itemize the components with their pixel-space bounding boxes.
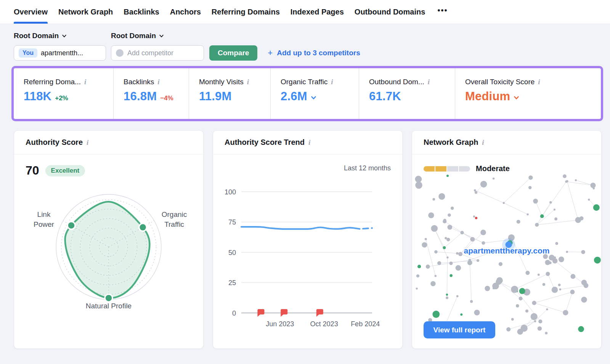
scale-segment: [459, 166, 470, 172]
plus-icon: +: [268, 48, 273, 58]
chevron-down-icon[interactable]: [311, 95, 316, 101]
info-icon[interactable]: i: [428, 78, 430, 86]
y-axis-tick-label: 0: [232, 309, 236, 317]
nav-tab-anchors[interactable]: Anchors: [170, 0, 201, 24]
scope-selector-competitor[interactable]: Root Domain: [111, 32, 164, 40]
nav-tabs: OverviewNetwork GraphBacklinksAnchorsRef…: [14, 0, 436, 24]
radar-axis-label: Traffic: [164, 220, 184, 228]
info-icon[interactable]: i: [157, 78, 159, 86]
radar-axis-label: Organic: [162, 210, 187, 218]
authority-score-radar-chart: LinkPowerOrganicTrafficNatural Profile: [14, 178, 204, 331]
scale-segment: [447, 166, 458, 172]
info-icon[interactable]: i: [87, 138, 88, 147]
scope-selector-competitor-label: Root Domain: [111, 32, 156, 40]
google-update-flag-icon: [316, 309, 323, 317]
metric-organic-traffic: Organic Traffici2.6M: [271, 68, 359, 119]
metric-value: 118K: [24, 90, 51, 103]
info-icon[interactable]: i: [84, 78, 86, 86]
scope-selector-main[interactable]: Root Domain: [14, 32, 111, 40]
x-axis-tick-label: Jun 2023: [266, 320, 294, 328]
metric-overall-toxicity-score: Overall Toxicity ScoreiMedium: [455, 68, 601, 119]
google-update-flag-icon: [281, 309, 287, 317]
comparison-controls: Root Domain Root Domain You apartmentth.…: [0, 24, 610, 61]
you-badge: You: [19, 48, 37, 58]
radar-series-area: [65, 202, 150, 298]
overview-cards: Authority Score i 70 Excellent LinkPower…: [14, 130, 610, 349]
metric-outbound-dom: Outbound Dom...i61.7K: [359, 68, 455, 119]
info-icon[interactable]: i: [247, 78, 249, 86]
y-axis-tick-label: 100: [225, 188, 236, 196]
x-axis-tick-label: Oct 2023: [310, 320, 338, 328]
metric-label: Outbound Dom...: [369, 78, 424, 86]
metric-value: 11.9M: [199, 90, 231, 103]
info-icon[interactable]: i: [482, 138, 484, 147]
network-edges: [426, 178, 597, 333]
y-axis-tick-label: 50: [228, 249, 236, 257]
add-competitors-link-label: Add up to 3 competitors: [277, 49, 360, 57]
nav-tab-backlinks[interactable]: Backlinks: [124, 0, 159, 24]
metric-label: Backlinks: [124, 78, 154, 86]
chevron-down-icon: [159, 34, 164, 38]
metric-label: Referring Doma...: [24, 78, 81, 86]
competitor-color-dot-icon: [116, 49, 124, 57]
report-tabs-bar: OverviewNetwork GraphBacklinksAnchorsRef…: [0, 0, 610, 24]
view-full-report-button[interactable]: View full report: [424, 321, 495, 338]
summary-metrics-bar: Referring Doma...i118K+2%Backlinksi16.8M…: [11, 66, 603, 121]
radar-axis-label: Link: [37, 210, 51, 218]
trend-period-label: Last 12 months: [213, 154, 402, 172]
trend-line-projection: [363, 228, 372, 229]
info-icon[interactable]: i: [538, 78, 540, 86]
metric-value: 16.8M: [124, 90, 157, 103]
add-competitor-input[interactable]: Add competitor: [111, 45, 204, 61]
nav-tab-overview[interactable]: Overview: [14, 0, 48, 24]
network-rating-scale: [424, 166, 470, 172]
radar-axis-point: [105, 294, 112, 302]
authority-score-trend-card: Authority Score Trend i Last 12 months 1…: [213, 130, 403, 349]
competitor-placeholder: Add competitor: [127, 49, 173, 57]
metric-value[interactable]: Medium: [465, 90, 510, 103]
info-icon[interactable]: i: [308, 138, 310, 147]
scope-selector-main-label: Root Domain: [14, 32, 59, 40]
info-icon[interactable]: i: [331, 78, 333, 86]
radar-axis-label: Natural Profile: [86, 302, 132, 310]
scale-segment: [424, 166, 435, 172]
metric-label: Organic Traffic: [281, 78, 327, 86]
trend-title: Authority Score Trend: [225, 138, 305, 147]
network-center-node: [506, 242, 512, 248]
network-alert-node: [475, 217, 477, 219]
metric-value: 61.7K: [369, 90, 401, 103]
y-axis-tick-label: 75: [228, 218, 236, 226]
nav-tab-indexed-pages[interactable]: Indexed Pages: [291, 0, 344, 24]
radar-axis-point: [139, 223, 147, 231]
main-domain-input[interactable]: You apartmentth...: [14, 45, 106, 61]
metric-backlinks: Backlinksi16.8M−4%: [114, 68, 189, 119]
add-competitors-link[interactable]: + Add up to 3 competitors: [268, 48, 360, 58]
network-graph-visualization: [412, 173, 602, 337]
scale-segment: [435, 166, 446, 172]
metric-label: Monthly Visits: [199, 78, 244, 86]
nav-tab-network-graph[interactable]: Network Graph: [58, 0, 113, 24]
more-tabs-button[interactable]: •••: [437, 6, 448, 18]
metric-delta: +2%: [55, 95, 68, 102]
network-graph-title: Network Graph: [424, 138, 478, 147]
metric-label: Overall Toxicity Score: [465, 78, 535, 86]
metric-delta: −4%: [160, 95, 173, 102]
google-update-flag-icon: [257, 309, 264, 317]
network-rating-label: Moderate: [476, 164, 510, 173]
radar-axis-point: [67, 221, 75, 229]
metric-value[interactable]: 2.6M: [281, 90, 307, 103]
authority-score-rating-badge: Excellent: [45, 165, 85, 176]
chevron-down-icon[interactable]: [514, 95, 519, 101]
authority-score-value: 70: [26, 164, 39, 178]
nav-tab-referring-domains[interactable]: Referring Domains: [212, 0, 280, 24]
authority-score-card: Authority Score i 70 Excellent LinkPower…: [14, 130, 204, 349]
authority-score-title: Authority Score: [26, 138, 83, 147]
metric-referring-doma: Referring Doma...i118K+2%: [14, 68, 114, 119]
metric-monthly-visits: Monthly Visitsi11.9M: [189, 68, 271, 119]
main-domain-value: apartmentth...: [41, 49, 83, 57]
trend-line: [241, 227, 360, 229]
nav-tab-outbound-domains[interactable]: Outbound Domains: [355, 0, 425, 24]
x-axis-tick-label: Feb 2024: [351, 320, 380, 328]
compare-button[interactable]: Compare: [209, 45, 257, 61]
chevron-down-icon: [62, 34, 67, 38]
